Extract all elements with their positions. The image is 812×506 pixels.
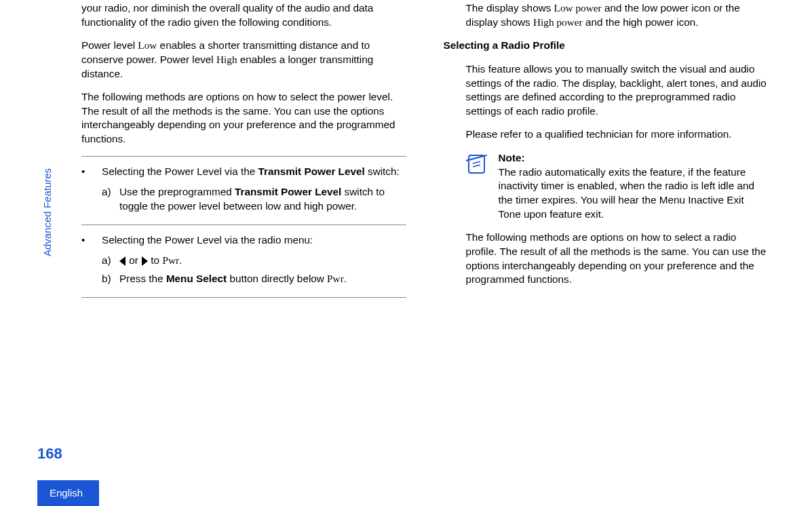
- sub-text: Press the Menu Select button directly be…: [119, 272, 406, 286]
- bullet-marker: •: [81, 165, 102, 218]
- bullet-content: Selecting the Power Level via the radio …: [102, 233, 406, 290]
- sub-item-a: a) Use the preprogrammed Transmit Power …: [102, 185, 406, 213]
- term-low: Low: [138, 39, 157, 51]
- term-pwr: Pwr: [162, 254, 179, 266]
- text: Selecting the Power Level via the radio …: [102, 234, 313, 246]
- text: button directly below: [227, 273, 327, 284]
- term-high: High: [216, 54, 237, 65]
- text: .: [344, 273, 347, 284]
- page-number: 168: [37, 444, 62, 464]
- sub-text: Use the preprogrammed Transmit Power Lev…: [119, 185, 406, 213]
- note-label: Note:: [499, 151, 769, 166]
- svg-line-1: [473, 161, 480, 163]
- right-column: The display shows Low power and the low …: [444, 0, 769, 298]
- term-low-power: Low power: [554, 2, 602, 14]
- right-p2: This feature allows you to manually swit…: [466, 62, 769, 119]
- sub-list: a) Use the preprogrammed Transmit Power …: [102, 185, 406, 213]
- svg-line-2: [473, 165, 480, 167]
- bullet-marker: •: [81, 233, 102, 290]
- right-p3: Please refer to a qualified technician f…: [466, 128, 769, 142]
- left-p2: Power level Low enables a shorter transm…: [81, 39, 406, 81]
- text: to: [148, 254, 162, 266]
- bullet-block-1: • Selecting the Power Level via the Tran…: [81, 156, 406, 225]
- note-body: The radio automatically exits the featur…: [499, 166, 769, 222]
- sub-item-a: a) or to Pwr.: [102, 254, 406, 268]
- side-section-label: Advanced Features: [41, 168, 54, 256]
- text: switch:: [365, 166, 400, 177]
- bold-text: Transmit Power Level: [258, 166, 364, 177]
- text: Press the: [119, 273, 166, 284]
- right-p1: The display shows Low power and the low …: [466, 1, 769, 29]
- bullet-row: • Selecting the Power Level via the Tran…: [81, 165, 406, 218]
- sub-item-b: b) Press the Menu Select button directly…: [102, 272, 406, 286]
- text: Selecting the Power Level via the: [102, 166, 258, 177]
- text: or: [126, 254, 141, 266]
- sub-marker: b): [102, 272, 119, 286]
- term-high-power: High power: [533, 16, 583, 28]
- note-icon: [466, 151, 489, 221]
- left-p3: The following methods are options on how…: [81, 90, 406, 147]
- page-content: your radio, nor diminish the overall qua…: [0, 0, 812, 298]
- heading-radio-profile: Selecting a Radio Profile: [444, 39, 769, 53]
- text: and the high power icon.: [583, 16, 699, 28]
- text: The display shows: [466, 2, 554, 14]
- bullet-content: Selecting the Power Level via the Transm…: [102, 165, 406, 218]
- arrow-right-icon: [142, 256, 148, 266]
- sub-list: a) or to Pwr. b) Press the Menu Select b…: [102, 254, 406, 286]
- left-column: your radio, nor diminish the overall qua…: [81, 0, 406, 298]
- right-p4: The following methods are options on how…: [466, 231, 769, 287]
- sub-text: or to Pwr.: [119, 254, 406, 268]
- language-tab: English: [37, 480, 99, 506]
- text: .: [179, 254, 182, 266]
- bold-text: Menu Select: [166, 273, 227, 284]
- note-text-wrap: Note: The radio automatically exits the …: [499, 151, 769, 221]
- note-block: Note: The radio automatically exits the …: [466, 151, 769, 221]
- term-pwr: Pwr: [327, 273, 344, 284]
- sub-marker: a): [102, 254, 119, 268]
- bullet-row: • Selecting the Power Level via the radi…: [81, 233, 406, 290]
- arrow-left-icon: [119, 256, 125, 266]
- bullet-block-2: • Selecting the Power Level via the radi…: [81, 225, 406, 298]
- bold-text: Transmit Power Level: [235, 186, 341, 197]
- left-p1: your radio, nor diminish the overall qua…: [81, 1, 406, 29]
- text: Use the preprogrammed: [119, 186, 235, 197]
- text: Power level: [81, 39, 138, 51]
- sub-marker: a): [102, 185, 119, 213]
